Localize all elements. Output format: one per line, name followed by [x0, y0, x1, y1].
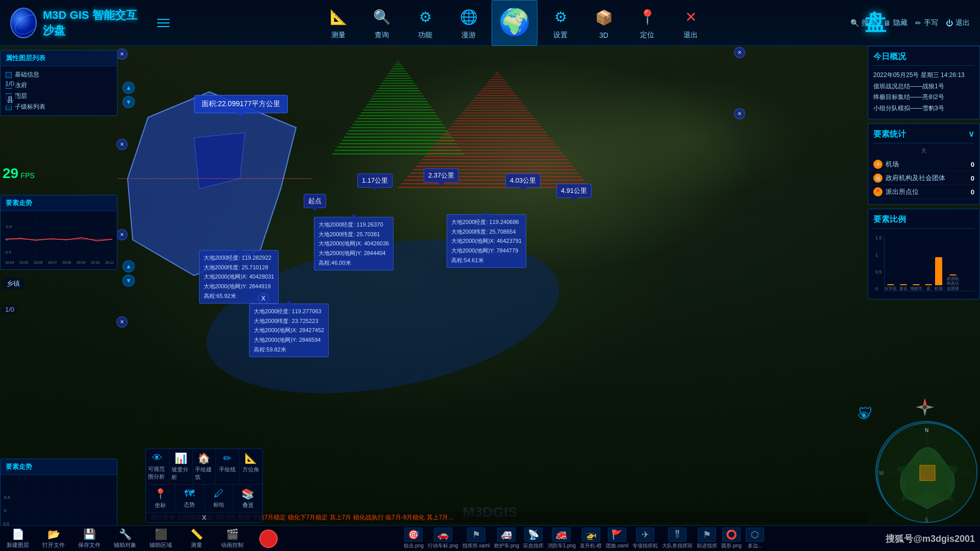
- btn-slope-analysis[interactable]: 📊 坡度分析: [169, 449, 193, 484]
- btn-aux-obj[interactable]: 🔧 辅助对象: [112, 528, 138, 549]
- status-snipe[interactable]: 🎯 狙击.png: [404, 528, 424, 549]
- trend-title-1: 要素走势: [6, 198, 32, 208]
- stat-police: 📍 派出所点位 0: [873, 185, 974, 199]
- status-polygon[interactable]: ⬡ 多边...: [746, 528, 764, 549]
- roam-label: 漫游: [461, 31, 476, 40]
- ratio-label-1: 1/0: [3, 305, 17, 314]
- overview-card: 今日概况 2022年05月25号 星期三 14:26:13 值班战况总结——战狼…: [868, 46, 980, 119]
- btn-new-layer[interactable]: 📄 新建图层: [5, 528, 31, 549]
- bar-fill-train: [887, 284, 894, 285]
- bar-train: 火车站: [885, 284, 897, 291]
- svg-text:-0.5: -0.5: [4, 250, 11, 255]
- status-circle[interactable]: ⭕ 圆形.png: [721, 528, 741, 549]
- close-btn-top[interactable]: ×: [116, 48, 128, 60]
- status-command[interactable]: ⚑ 指挥所.xaml: [462, 528, 490, 549]
- hide-label: 隐藏: [893, 18, 908, 28]
- stats-expand-icon[interactable]: ∨: [968, 129, 974, 139]
- nav-up-arrow[interactable]: ▲: [122, 82, 135, 94]
- tool-globe[interactable]: 🌍: [492, 0, 537, 46]
- btn-visibility-analysis[interactable]: 👁 可视范围分析: [146, 449, 169, 484]
- bar-label-train: 火车站: [885, 286, 897, 291]
- btn-save-file[interactable]: 💾 保存文件: [77, 528, 102, 549]
- status-firetruck[interactable]: 🚒 消防车1.png: [548, 528, 576, 549]
- btn-aux-area[interactable]: ⬛ 辅助区域: [148, 528, 174, 549]
- status-specialist[interactable]: ✈ 专项指挥机: [632, 528, 658, 549]
- fps-value: 29: [3, 165, 18, 181]
- y-label-0: 0: [875, 286, 882, 291]
- btn-overlay[interactable]: 📚 叠置: [234, 485, 262, 512]
- specialist-icon: ✈: [636, 528, 654, 542]
- status-flag[interactable]: 🚩 团旗.xaml: [606, 528, 628, 549]
- layer-item-4[interactable]: 子级标列表: [6, 102, 112, 112]
- close-btn-right[interactable]: ×: [734, 47, 745, 58]
- hide-btn[interactable]: 🖥 隐藏: [884, 18, 908, 28]
- layer-item-3[interactable]: 图层: [6, 91, 112, 102]
- firetruck-label: 消防车1.png: [548, 542, 576, 549]
- btn-coordinate[interactable]: 📍 坐标: [146, 485, 175, 512]
- polygon-label: 多边...: [748, 542, 762, 549]
- new-layer-icon: 📄: [12, 528, 24, 540]
- btn-azimuth[interactable]: 📐 方位角: [239, 449, 262, 484]
- stat-gov: 🏛 政府机构及社会团体 0: [873, 171, 974, 185]
- bar-label-county: 县: [926, 286, 930, 291]
- function-icon: ⚙: [414, 6, 436, 29]
- callout-start: 起点: [304, 194, 326, 208]
- tool-3d[interactable]: 📦 3D: [583, 3, 624, 43]
- layer-item-1[interactable]: 基础信息: [6, 69, 112, 80]
- btn-open-file[interactable]: 📂 打开文件: [41, 528, 66, 549]
- quit-btn[interactable]: ⏻ 退出: [946, 18, 970, 28]
- status-ambulance[interactable]: 🚑 救护车.png: [494, 528, 519, 549]
- layer-item-2[interactable]: 政府: [6, 80, 112, 91]
- tool-exit[interactable]: ✕ 退出: [670, 3, 711, 43]
- tool-measure[interactable]: 📐 测量: [318, 3, 359, 43]
- status-vehicle[interactable]: 🚗 行动车标.png: [428, 528, 458, 549]
- exit-label: 退出: [683, 31, 698, 40]
- tool-roam[interactable]: 🌐 漫游: [448, 3, 489, 43]
- close-btn-mid[interactable]: ×: [116, 139, 128, 150]
- btn-measure[interactable]: 📏 测量: [184, 528, 209, 549]
- overview-datetime: 2022年05月25号 星期三 14:26:13: [873, 70, 974, 81]
- quit-label: 退出: [955, 18, 970, 28]
- menu-button[interactable]: [153, 8, 174, 38]
- tool-function[interactable]: ⚙ 功能: [405, 3, 446, 43]
- btn-animation[interactable]: 🎬 动画控制: [219, 528, 245, 549]
- tool-panel-close[interactable]: X: [146, 512, 262, 522]
- nav-down-arrow-mid[interactable]: ▼: [122, 274, 135, 287]
- bar-city: 地级市: [910, 284, 922, 291]
- layer-check-1[interactable]: [6, 72, 12, 78]
- layer-list-header: 属性图层列表: [1, 51, 117, 66]
- emergency-label: 应急指挥: [523, 542, 544, 549]
- coordinate-icon: 📍: [154, 488, 167, 500]
- slope-label: 坡度分析: [172, 466, 190, 481]
- animation-icon: 🎬: [226, 528, 239, 540]
- minimap: N S W E 博洋镇 乐乐镇: [875, 421, 977, 523]
- nav-up-arrow-mid[interactable]: ▲: [122, 260, 135, 272]
- btn-hand-line[interactable]: ✏ 手绘线: [216, 449, 239, 484]
- close-btn-stats[interactable]: ×: [734, 108, 745, 119]
- btn-situation[interactable]: 🗺 态势: [175, 485, 204, 512]
- btn-hand-building[interactable]: 🏠 手绘建筑: [193, 449, 216, 484]
- status-helicopter[interactable]: 🚁 直升机-橙: [580, 528, 602, 549]
- coord-box-4: 大地2000经度: 119.277063 大地2000纬度: 23.725223…: [249, 304, 329, 357]
- status-brigade[interactable]: 🎖 大队兽指挥班: [662, 528, 693, 549]
- settings-icon: ⚙: [549, 6, 572, 29]
- vehicle-icon: 🚗: [434, 528, 452, 542]
- circle-icon: ⭕: [722, 528, 741, 542]
- status-forward[interactable]: ⚑ 前进指挥: [697, 528, 717, 549]
- coordinate-label: 坐标: [155, 502, 166, 509]
- nav-down-arrow[interactable]: ▼: [122, 96, 135, 108]
- save-file-icon: 💾: [83, 528, 96, 540]
- tool-settings[interactable]: ⚙ 设置: [540, 3, 581, 43]
- coord-close-btn[interactable]: X: [258, 293, 269, 304]
- close-btn-layer[interactable]: ×: [116, 229, 128, 240]
- tool-query[interactable]: 🔍 查询: [361, 3, 402, 43]
- tool-location[interactable]: 📍 定位: [627, 3, 668, 43]
- status-emergency[interactable]: 📡 应急指挥: [523, 528, 544, 549]
- emergency-btn[interactable]: [259, 530, 278, 548]
- plot-icon: 🖊: [214, 488, 224, 499]
- close-btn-trend2[interactable]: ×: [116, 316, 128, 328]
- menu-line-2: [157, 22, 169, 23]
- hand-line-label: 手绘线: [219, 466, 236, 473]
- handwrite-btn[interactable]: ✏ 手写: [915, 18, 938, 28]
- btn-plot[interactable]: 🖊 标绘: [205, 485, 234, 512]
